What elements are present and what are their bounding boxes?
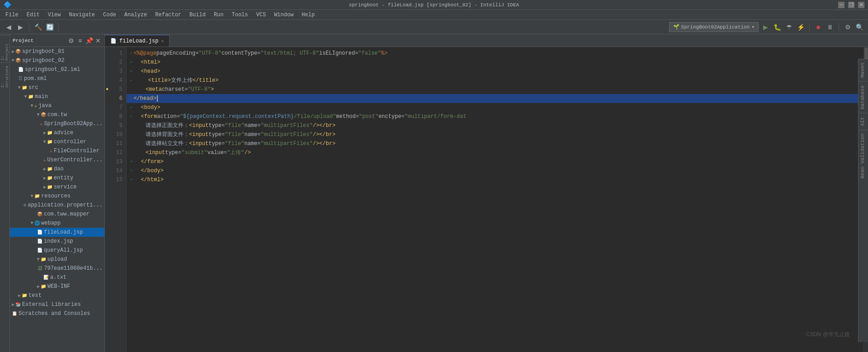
menu-navigate[interactable]: Navigate [65,11,99,19]
menu-window[interactable]: Window [270,11,297,19]
tree-item-iml[interactable]: 📄 springboot_02.iml [10,65,104,74]
back-button[interactable]: ◀ [4,22,14,32]
project-settings-button[interactable]: ⚙ [67,37,75,44]
menu-run[interactable]: Run [210,11,227,19]
tab-icon: 📄 [110,38,117,44]
tree-item-entity[interactable]: ▶ 📁 entity [10,174,104,183]
close-button[interactable]: ✕ [858,2,864,8]
sidebar-item-structure[interactable]: 2: Structure [0,62,9,89]
fold-4[interactable]: ▸ [130,76,132,85]
menu-vcs[interactable]: VCS [253,11,270,19]
tree-label: test [28,292,42,299]
tree-item-upload[interactable]: ▶ 📁 upload [10,255,104,264]
search-everywhere-button[interactable]: 🔍 [854,22,864,32]
tree-item-scratches[interactable]: 📋 Scratches and Consoles [10,309,104,318]
toolbar-sep-4 [839,23,839,31]
line-num-6: 6 [105,94,123,103]
java-icon: ☕ [40,121,42,127]
tree-arrow: ▶ [10,59,16,62]
menu-edit[interactable]: Edit [23,11,43,19]
code-content[interactable]: ▸ <%@page pageEncoding="UTF-8" contentTy… [127,47,863,352]
pause-button[interactable]: ⏸ [825,22,835,32]
fold-2[interactable]: ▸ [130,58,132,67]
tree-item-main[interactable]: ▶ 📁 main [10,92,104,101]
side-panel-bean-validation[interactable]: Bean Validation [859,130,868,182]
project-pin-button[interactable]: 📌 [85,37,93,44]
restore-button[interactable]: ❐ [848,2,854,8]
profile-button[interactable]: ⚡ [796,22,806,32]
run-button[interactable]: ▶ [760,22,770,32]
tab-fileload[interactable]: 📄 fileLoad.jsp ✕ [105,35,170,47]
properties-icon: ⚙ [24,202,26,208]
tree-item-springboot01[interactable]: ▶ 📦 springboot_01 [10,47,104,56]
side-panel-alt[interactable]: Alt [859,113,868,130]
tree-item-queryall[interactable]: 📄 queryAll.jsp [10,246,104,255]
forward-button[interactable]: ▶ [15,22,25,32]
menu-view[interactable]: View [44,11,65,19]
menu-code[interactable]: Code [99,11,120,19]
fold-13[interactable]: ▾ [130,157,132,166]
fold-7[interactable]: ▸ [130,103,132,112]
tree-item-controller[interactable]: ▶ 📁 controller [10,137,104,146]
tree-item-extlibs[interactable]: ▶ 📚 External Libraries [10,300,104,309]
fold-8[interactable]: ▸ [130,112,132,121]
menu-tools[interactable]: Tools [228,11,252,19]
menu-build[interactable]: Build [186,11,209,19]
sync-button[interactable]: 🔄 [45,22,55,32]
tree-item-usercontroller[interactable]: ☕ UserController... [10,155,104,164]
tree-arrow: ▶ [29,195,35,197]
menu-analyze[interactable]: Analyze [121,11,151,19]
project-collapse-button[interactable]: ≡ [76,37,84,44]
tree-item-webapp[interactable]: ▶ 🌐 webapp [10,219,104,228]
tree-item-appproperties[interactable]: ⚙ application.properti... [10,201,104,210]
tree-item-resources[interactable]: ▶ 📁 resources [10,192,104,201]
menu-help[interactable]: Help [298,11,318,19]
tree-item-springboot02app[interactable]: ☕ SpringBoot02App... [10,119,104,128]
fold-6[interactable]: ▾ [130,94,132,103]
tree-item-java[interactable]: ▶ ☕ java [10,101,104,110]
tree-item-comtw[interactable]: ▶ 📦 com.tw [10,110,104,119]
side-panel-maven[interactable]: Maven [859,59,868,81]
menu-refactor[interactable]: Refactor [151,11,185,19]
line-num-15: 15 [105,175,123,184]
tree-item-src[interactable]: ▶ 📁 src [10,83,104,92]
project-close-button[interactable]: ✕ [94,37,102,44]
tab-close-button[interactable]: ✕ [161,38,164,44]
tree-item-index[interactable]: 📄 index.jsp [10,237,104,246]
sidebar-item-project[interactable]: 1: Project [0,35,9,62]
fold-15[interactable]: ▾ [130,175,132,184]
coverage-button[interactable]: ☂ [784,22,794,32]
code-line-4: ▸ <title>文件上传</title> [127,76,863,85]
tree-item-springboot02[interactable]: ▶ 📦 springboot_02 [10,56,104,65]
tree-item-797[interactable]: 🖼 797eae11060e41b... [10,264,104,273]
menu-file[interactable]: File [2,11,22,19]
debug-button[interactable]: 🐛 [772,22,782,32]
fold-1[interactable]: ▸ [130,49,132,58]
tree-item-service[interactable]: ▶ 📁 service [10,183,104,192]
fold-3[interactable]: ▸ [130,67,132,76]
tree-label: com.tww.mapper [44,211,90,217]
line-numbers: 1 2 3 4 ● 5 6 7 8 9 10 11 12 13 14 15 [105,47,127,352]
toolbar: ◀ ▶ 🔨 🔄 🌱 SpringBoot02Application ▾ ▶ 🐛 … [0,20,868,34]
tree-arrow: ▶ [36,258,41,261]
tree-item-fileload[interactable]: 📄 fileLoad.jsp [10,228,104,237]
tree-item-atxt[interactable]: 📝 a.txt [10,273,104,282]
fold-14[interactable]: ▾ [130,166,132,175]
tree-item-test[interactable]: ▶ 📁 test [10,291,104,300]
tree-item-filecontroller[interactable]: ☕ FileController [10,146,104,155]
line-num-11: 11 [105,139,123,148]
build-button[interactable]: 🔨 [33,22,43,32]
java-icon: ☕ [43,157,46,163]
stop-button[interactable]: ■ [813,22,823,32]
side-panel-database[interactable]: Database [859,81,868,113]
tree-item-advice[interactable]: ▶ 📁 advice [10,128,104,137]
tree-item-webinf[interactable]: ▶ 📁 WEB-INF [10,282,104,291]
tree-item-dao[interactable]: ▶ 📁 dao [10,164,104,174]
tree-arrow: ▶ [23,95,28,98]
minimize-button[interactable]: ─ [838,2,844,8]
tree-item-pom[interactable]: 🗒 pom.xml [10,74,104,83]
settings-button[interactable]: ⚙ [843,22,853,32]
run-config-selector[interactable]: 🌱 SpringBoot02Application ▾ [669,22,759,32]
code-line-3: ▸ <head> [127,67,863,76]
tree-item-mapper[interactable]: 📦 com.tww.mapper [10,210,104,219]
